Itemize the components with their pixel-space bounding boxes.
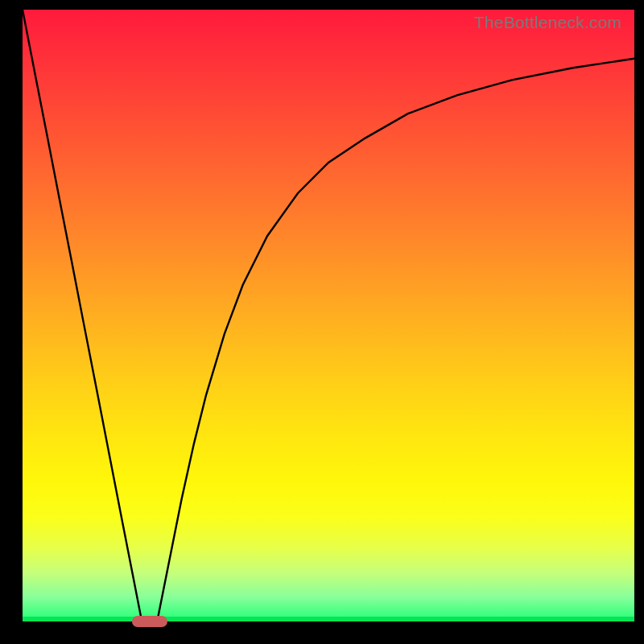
curve-right-branch xyxy=(157,59,634,621)
bottleneck-marker xyxy=(132,616,167,627)
curve-left-leg xyxy=(23,10,142,621)
watermark-text: TheBottleneck.com xyxy=(474,13,621,32)
plot-area: TheBottleneck.com xyxy=(23,10,634,621)
chart-frame: TheBottleneck.com xyxy=(0,0,644,644)
curve-layer xyxy=(23,10,634,621)
